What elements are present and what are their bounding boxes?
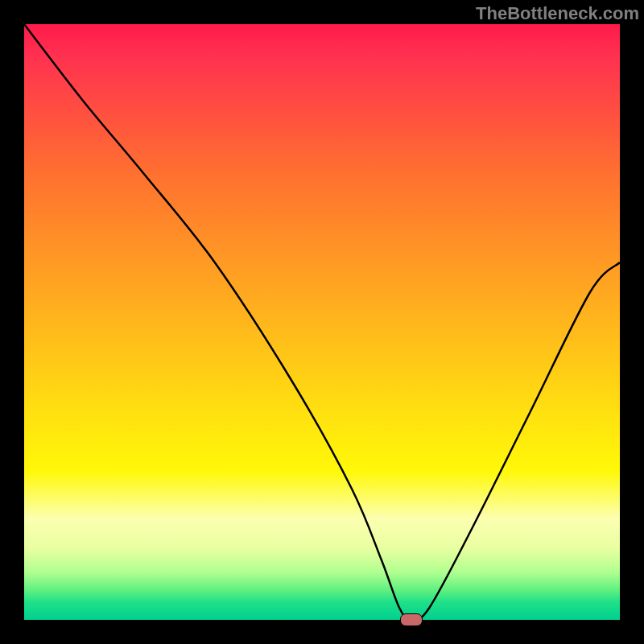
bottleneck-chart: TheBottleneck.com xyxy=(0,0,644,644)
chart-curve xyxy=(24,24,620,620)
plot-area xyxy=(24,24,620,620)
bottleneck-marker xyxy=(400,613,423,626)
watermark-text: TheBottleneck.com xyxy=(476,3,639,24)
